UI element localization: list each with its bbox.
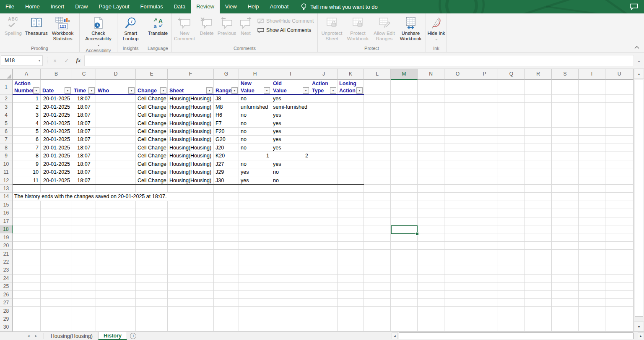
show-all-comments-button[interactable]: Show All Comments — [257, 27, 314, 33]
cell-O24[interactable] — [444, 275, 471, 282]
cell-P15[interactable] — [471, 201, 498, 209]
cell-M20[interactable] — [391, 242, 418, 250]
row-header-3[interactable]: 3 — [0, 103, 13, 111]
cell-R11[interactable] — [525, 168, 552, 176]
cell-F10[interactable]: Housing(Housing) — [168, 160, 214, 168]
cell-B9[interactable]: 20-01-2025 — [41, 152, 72, 160]
column-header-T[interactable]: T — [579, 69, 605, 80]
cell-L11[interactable] — [364, 168, 391, 176]
cell-G16[interactable] — [214, 209, 239, 217]
cell-H23[interactable] — [239, 266, 271, 274]
cell-M5[interactable] — [391, 119, 418, 127]
cell-K21[interactable] — [338, 250, 364, 258]
cell-A18[interactable] — [13, 225, 41, 233]
cell-E20[interactable] — [136, 242, 168, 250]
cell-F27[interactable] — [168, 299, 214, 307]
cell-T21[interactable] — [579, 250, 605, 258]
cell-D8[interactable] — [96, 144, 136, 152]
cell-T2[interactable] — [579, 95, 605, 103]
cell-P24[interactable] — [471, 275, 498, 282]
cell-J4[interactable] — [310, 111, 338, 119]
cell-F5[interactable]: Housing(Housing) — [168, 119, 214, 127]
cell-K19[interactable] — [338, 233, 364, 241]
row-header-17[interactable]: 17 — [0, 217, 13, 225]
cell-L24[interactable] — [364, 275, 391, 282]
workbook-statistics-button[interactable]: 123 Workbook Statistics — [49, 14, 76, 42]
cell-O1[interactable] — [444, 80, 471, 95]
cell-L23[interactable] — [364, 266, 391, 274]
cell-N24[interactable] — [418, 275, 444, 282]
cell-D4[interactable] — [96, 111, 136, 119]
row-header-4[interactable]: 4 — [0, 111, 13, 119]
cell-G13[interactable] — [214, 185, 239, 193]
check-accessibility-button[interactable]: Check Accessibility ⌄ — [84, 14, 113, 47]
cell-R9[interactable] — [525, 152, 552, 160]
cell-Q6[interactable] — [498, 128, 525, 136]
cell-Q15[interactable] — [498, 201, 525, 209]
cell-Q27[interactable] — [498, 299, 525, 307]
cell-N7[interactable] — [418, 136, 444, 144]
cell-Q9[interactable] — [498, 152, 525, 160]
cell-I11[interactable]: no — [271, 168, 310, 176]
cell-N9[interactable] — [418, 152, 444, 160]
cell-A10[interactable]: 9 — [13, 160, 41, 168]
cell-R13[interactable] — [525, 185, 552, 193]
cell-T1[interactable] — [579, 80, 605, 95]
cell-C4[interactable]: 18:07 — [72, 111, 96, 119]
cell-A21[interactable] — [13, 250, 41, 258]
cell-E10[interactable]: Cell Change — [136, 160, 168, 168]
filter-button-time[interactable]: ▾ — [88, 87, 95, 94]
cell-B2[interactable]: 20-01-2025 — [41, 95, 72, 103]
cell-L6[interactable] — [364, 128, 391, 136]
cell-N18[interactable] — [418, 225, 444, 233]
cell-R1[interactable] — [525, 80, 552, 95]
chat-button[interactable] — [630, 0, 638, 13]
cell-B10[interactable]: 20-01-2025 — [41, 160, 72, 168]
cell-I19[interactable] — [271, 233, 310, 241]
cell-F19[interactable] — [168, 233, 214, 241]
cell-M29[interactable] — [391, 315, 418, 323]
column-header-J[interactable]: J — [310, 69, 338, 80]
cell-S15[interactable] — [552, 201, 579, 209]
cell-U29[interactable] — [605, 315, 634, 323]
cell-C7[interactable]: 18:07 — [72, 136, 96, 144]
cell-N29[interactable] — [418, 315, 444, 323]
row-header-2[interactable]: 2 — [0, 95, 13, 103]
cell-G8[interactable]: J20 — [214, 144, 239, 152]
cell-S13[interactable] — [552, 185, 579, 193]
cell-P14[interactable] — [471, 193, 498, 201]
formula-bar-expand-icon[interactable]: ⌄ — [634, 58, 644, 63]
cell-S22[interactable] — [552, 258, 579, 266]
cell-A24[interactable] — [13, 275, 41, 282]
cell-B22[interactable] — [41, 258, 72, 266]
cell-L5[interactable] — [364, 119, 391, 127]
cell-H3[interactable]: unfurnished — [239, 103, 271, 111]
cell-U2[interactable] — [605, 95, 634, 103]
cell-A28[interactable] — [13, 307, 41, 315]
cell-H8[interactable]: no — [239, 144, 271, 152]
cell-H20[interactable] — [239, 242, 271, 250]
cell-H25[interactable] — [239, 282, 271, 290]
cell-F8[interactable]: Housing(Housing) — [168, 144, 214, 152]
cell-Q10[interactable] — [498, 160, 525, 168]
cell-R22[interactable] — [525, 258, 552, 266]
fill-handle[interactable] — [415, 232, 419, 235]
cell-S18[interactable] — [552, 225, 579, 233]
cell-C15[interactable] — [72, 201, 96, 209]
cell-J19[interactable] — [310, 233, 338, 241]
cell-K6[interactable] — [338, 128, 364, 136]
cell-O10[interactable] — [444, 160, 471, 168]
row-header-15[interactable]: 15 — [0, 201, 13, 209]
cell-T25[interactable] — [579, 282, 605, 290]
cell-U8[interactable] — [605, 144, 634, 152]
cell-O20[interactable] — [444, 242, 471, 250]
cell-M14[interactable] — [391, 193, 418, 201]
cell-O5[interactable] — [444, 119, 471, 127]
cell-R10[interactable] — [525, 160, 552, 168]
cell-N16[interactable] — [418, 209, 444, 217]
cell-L1[interactable] — [364, 80, 391, 95]
cell-D5[interactable] — [96, 119, 136, 127]
cell-P12[interactable] — [471, 176, 498, 184]
cell-O27[interactable] — [444, 299, 471, 307]
cell-D16[interactable] — [96, 209, 136, 217]
